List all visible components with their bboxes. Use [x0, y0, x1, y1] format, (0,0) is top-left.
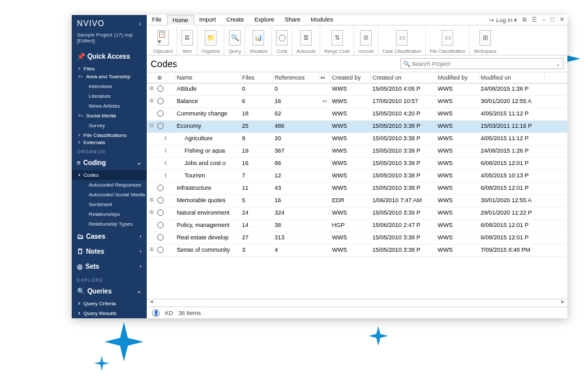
search-input[interactable]	[412, 61, 554, 67]
menu-home[interactable]: Home	[167, 15, 194, 25]
nav-coding-item[interactable]: Relationship Types	[72, 219, 147, 229]
menu-modules[interactable]: Modules	[306, 15, 339, 25]
expand-icon[interactable]: ⊞	[147, 96, 156, 108]
sparkle-icon	[94, 355, 110, 371]
ribbon-button[interactable]: ▭	[396, 30, 408, 46]
minimize-icon[interactable]: −	[539, 16, 548, 23]
notes-header[interactable]: 🗒 Notes ›	[72, 244, 147, 259]
expand-icon[interactable]: ⊞	[147, 245, 156, 256]
col-files[interactable]: Files	[241, 72, 273, 83]
menu-explore[interactable]: Explore	[249, 15, 280, 25]
expand-icon[interactable]: ⊟	[147, 121, 156, 132]
sidebar-collapse-icon[interactable]: ‹	[139, 20, 142, 27]
search-dropdown-icon[interactable]: ⌄	[554, 61, 563, 67]
cell-name: Tourism	[175, 170, 241, 182]
col-link-icon[interactable]: ⇔	[319, 72, 331, 83]
nav-coding-item[interactable]: Autocoded Responses	[72, 180, 147, 190]
sidebar: NVIVO ‹ Sample Project (17).nvp [Edited]…	[72, 15, 147, 318]
close-icon[interactable]: ✕	[557, 16, 567, 23]
code-row[interactable]: ⊞Sense of community34WWS15/05/2010 3:38 …	[147, 245, 567, 257]
nav-file-classifications[interactable]: File Classifications	[72, 130, 147, 138]
col-name[interactable]: Name	[175, 72, 241, 83]
code-row[interactable]: Infrastructure1143WWS15/05/2010 3:38 PWW…	[147, 183, 567, 195]
code-row[interactable]: Agriculture820WWS15/05/2010 3:38 PWWS4/0…	[147, 133, 567, 145]
code-row[interactable]: Fishing or aqua19367WWS15/05/2010 3:39 P…	[147, 145, 567, 158]
restore-down-icon[interactable]: ⧉	[520, 16, 529, 23]
ribbon-button[interactable]: 📁	[205, 30, 217, 46]
nav-externals[interactable]: Externals	[72, 138, 147, 145]
expand-icon[interactable]	[147, 108, 156, 120]
nav-coding-item[interactable]: ›Codes	[72, 170, 147, 180]
menu-import[interactable]: Import	[194, 15, 222, 25]
nav-files-item[interactable]: News Articles	[72, 101, 147, 111]
nav-queries-item[interactable]: ›Query Criteria	[72, 299, 147, 309]
nav-files-item[interactable]: ›Social Media	[72, 111, 147, 121]
col-references[interactable]: References	[273, 72, 319, 83]
expand-icon[interactable]	[147, 145, 156, 157]
nav-files-item[interactable]: Literature	[72, 91, 147, 101]
code-row[interactable]: ⊟Economy25486WWS15/05/2010 3:38 PWWS15/0…	[147, 121, 567, 133]
cases-header[interactable]: 🗂 Cases ›	[72, 229, 147, 244]
login-button[interactable]: ↪ Log In ▾	[487, 17, 520, 23]
col-createdon[interactable]: Created on	[371, 72, 436, 83]
nav-files-item[interactable]: Survey	[72, 121, 147, 130]
code-row[interactable]: Tourism712WWS15/05/2010 3:38 PWWS4/05/20…	[147, 170, 567, 183]
organize-divider: ORGANIZE	[72, 145, 147, 155]
expand-icon[interactable]	[147, 220, 156, 232]
nav-coding-item[interactable]: Sentiment	[72, 200, 147, 209]
code-row[interactable]: Jobs and cost o1686WWS15/05/2010 3:39 PW…	[147, 158, 567, 170]
code-row[interactable]: ⊞Attitude00WWS15/05/2010 4:05 PWWS24/08/…	[147, 83, 567, 96]
coding-header[interactable]: ≡ Coding ⌄	[72, 155, 147, 170]
search-project[interactable]: 🔍 ⌄	[400, 58, 564, 69]
ribbon-button[interactable]: ◯	[276, 30, 288, 46]
nav-coding-item[interactable]: Relationships	[72, 209, 147, 219]
sets-header[interactable]: ◎ Sets ›	[72, 259, 147, 274]
expand-icon[interactable]: ⊞	[147, 83, 156, 95]
nav-files-item[interactable]: ›Area and Township	[72, 72, 147, 82]
ribbon-button[interactable]: ⊘	[360, 30, 372, 46]
link-icon	[319, 83, 331, 95]
menu-create[interactable]: Create	[221, 15, 249, 25]
code-row[interactable]: ⊞Memorable quotes516EDR1/06/2010 7:47 AM…	[147, 195, 567, 207]
code-row[interactable]: Policy, management1438HGP15/06/2010 2:47…	[147, 220, 567, 232]
expand-icon[interactable]	[147, 170, 156, 182]
ribbon-button[interactable]: ⊞	[479, 30, 491, 46]
col-modifiedby[interactable]: Modified by	[436, 72, 479, 83]
quick-access-header[interactable]: 📌 Quick Access	[72, 49, 147, 64]
expand-icon[interactable]	[147, 133, 156, 145]
ribbon-button[interactable]: 📊	[252, 30, 264, 46]
ribbon-button[interactable]: ≣	[300, 30, 312, 46]
ribbon-button[interactable]: ▭	[442, 30, 453, 46]
expand-icon[interactable]: ⊞	[147, 195, 156, 207]
ribbon-button[interactable]: 🗎	[181, 30, 193, 46]
horizontal-scrollbar[interactable]	[147, 299, 567, 307]
expand-icon[interactable]	[147, 183, 156, 194]
expand-icon[interactable]: ⊞	[147, 207, 156, 219]
expand-icon[interactable]	[147, 232, 156, 244]
nav-coding-item[interactable]: Autocoded Social Media	[72, 190, 147, 200]
code-row[interactable]: Community change1862WWS15/05/2010 4:20 P…	[147, 108, 567, 121]
expand-icon[interactable]	[147, 158, 156, 170]
code-row[interactable]: ⊞Natural environment24324WWS15/05/2010 3…	[147, 207, 567, 220]
ribbon-group-code: ◯Code	[272, 26, 292, 55]
ribbon-button[interactable]: 📋▾	[157, 30, 169, 46]
cell-createdon: 15/05/2010 3:38 P	[371, 121, 436, 132]
menu-share[interactable]: Share	[280, 15, 306, 25]
col-modifiedon[interactable]: Modified on	[479, 72, 545, 83]
menu-file[interactable]: File	[147, 15, 167, 25]
col-createdby[interactable]: Created by	[331, 72, 371, 83]
code-row[interactable]: ⊞Balance616⇔WWS17/05/2010 10:57WWS30/01/…	[147, 96, 567, 108]
ribbon-button[interactable]: ⇅	[331, 30, 343, 46]
nav-queries-item[interactable]: ›Query Results	[72, 309, 147, 318]
code-row[interactable]: Real estate develop27313WWS15/05/2010 3:…	[147, 232, 567, 245]
maximize-icon[interactable]: □	[549, 16, 557, 23]
ribbon-toggle-icon[interactable]: ☰	[529, 16, 539, 23]
svg-marker-3	[94, 355, 110, 371]
cell-modifiedon: 6/08/2015 12:01 P	[479, 220, 545, 232]
nav-files[interactable]: Files	[72, 64, 147, 72]
ribbon-button[interactable]: 🔍	[229, 30, 241, 46]
nav-files-item[interactable]: Interviews	[72, 82, 147, 91]
cell-references: 4	[273, 245, 319, 256]
star-column-icon[interactable]: ⊛	[156, 72, 166, 83]
queries-header[interactable]: 🔍 Queries ⌄	[72, 284, 147, 299]
